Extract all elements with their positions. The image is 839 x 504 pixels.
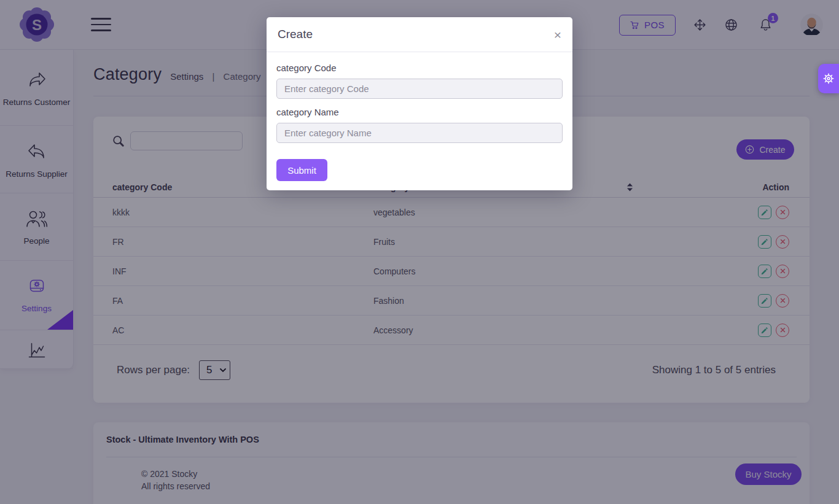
modal-body: category Code category Name Submit xyxy=(267,52,572,181)
category-name-label: category Name xyxy=(276,107,563,117)
create-category-modal: Create × category Code category Name Sub… xyxy=(267,17,572,190)
category-name-input[interactable] xyxy=(276,123,563,143)
gear-icon xyxy=(821,71,836,86)
submit-button[interactable]: Submit xyxy=(276,159,327,181)
category-code-label: category Code xyxy=(276,63,563,73)
category-code-input[interactable] xyxy=(276,79,563,99)
theme-settings-button[interactable] xyxy=(818,64,839,93)
close-icon[interactable]: × xyxy=(554,28,561,41)
modal-title: Create xyxy=(278,28,313,41)
modal-header: Create × xyxy=(267,17,572,52)
